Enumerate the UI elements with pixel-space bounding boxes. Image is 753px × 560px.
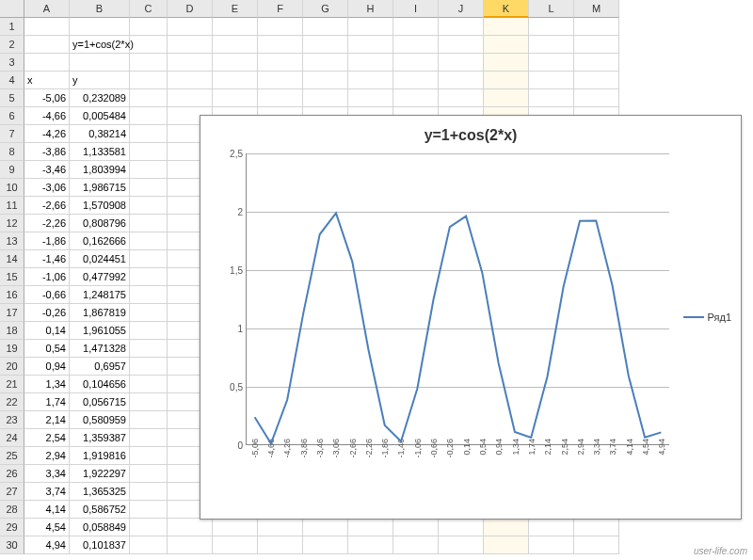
- cell-C15[interactable]: [130, 268, 168, 286]
- cell-M5[interactable]: [574, 89, 619, 107]
- cell-C22[interactable]: [130, 393, 168, 411]
- cell-F1[interactable]: [258, 18, 303, 36]
- cell-D29[interactable]: [168, 519, 213, 536]
- cell-C18[interactable]: [130, 322, 168, 340]
- col-header-I[interactable]: I: [393, 0, 439, 18]
- cell-K2[interactable]: [484, 36, 529, 54]
- cell-A1[interactable]: [24, 18, 70, 36]
- cell-E4[interactable]: [213, 72, 258, 89]
- cell-A3[interactable]: [24, 54, 70, 72]
- col-header-E[interactable]: E: [213, 0, 258, 18]
- row-header-28[interactable]: 28: [0, 501, 24, 519]
- cell-L5[interactable]: [529, 89, 574, 107]
- cell-C20[interactable]: [130, 358, 168, 376]
- row-header-5[interactable]: 5: [0, 89, 24, 107]
- cell-H2[interactable]: [348, 36, 393, 54]
- cell-E29[interactable]: [213, 519, 258, 536]
- cell-C27[interactable]: [130, 483, 168, 501]
- cell-B11[interactable]: 1,570908: [70, 197, 130, 215]
- cell-C13[interactable]: [130, 232, 168, 250]
- cell-B28[interactable]: 0,586752: [70, 501, 130, 519]
- row-header-13[interactable]: 13: [0, 232, 24, 250]
- cell-I3[interactable]: [393, 54, 439, 72]
- cell-B6[interactable]: 0,005484: [70, 107, 130, 125]
- cell-H3[interactable]: [348, 54, 393, 72]
- cell-C30[interactable]: [130, 536, 168, 554]
- cell-J29[interactable]: [439, 519, 484, 536]
- cell-C7[interactable]: [130, 125, 168, 143]
- cell-B30[interactable]: 0,101837: [70, 536, 130, 554]
- cell-C19[interactable]: [130, 340, 168, 358]
- cell-A17[interactable]: -0,26: [24, 304, 70, 322]
- cell-C29[interactable]: [130, 519, 168, 536]
- row-header-2[interactable]: 2: [0, 36, 24, 54]
- cell-M2[interactable]: [574, 36, 619, 54]
- cell-J2[interactable]: [439, 36, 484, 54]
- cell-A11[interactable]: -2,66: [24, 197, 70, 215]
- cell-J1[interactable]: [439, 18, 484, 36]
- cell-A13[interactable]: -1,86: [24, 232, 70, 250]
- row-header-6[interactable]: 6: [0, 107, 24, 125]
- row-header-26[interactable]: 26: [0, 465, 24, 483]
- row-header-4[interactable]: 4: [0, 72, 24, 89]
- cell-A2[interactable]: [24, 36, 70, 54]
- cell-B4[interactable]: y: [70, 72, 130, 89]
- row-header-25[interactable]: 25: [0, 447, 24, 465]
- cell-A18[interactable]: 0,14: [24, 322, 70, 340]
- cell-F5[interactable]: [258, 89, 303, 107]
- col-header-C[interactable]: C: [130, 0, 168, 18]
- row-header-3[interactable]: 3: [0, 54, 24, 72]
- cell-C10[interactable]: [130, 179, 168, 197]
- cell-B24[interactable]: 1,359387: [70, 429, 130, 447]
- cell-A6[interactable]: -4,66: [24, 107, 70, 125]
- col-header-L[interactable]: L: [529, 0, 574, 18]
- cell-B12[interactable]: 0,808796: [70, 215, 130, 232]
- cell-B29[interactable]: 0,058849: [70, 519, 130, 536]
- row-header-9[interactable]: 9: [0, 161, 24, 179]
- cell-G30[interactable]: [303, 536, 348, 554]
- row-header-10[interactable]: 10: [0, 179, 24, 197]
- cell-D2[interactable]: [168, 36, 213, 54]
- row-header-17[interactable]: 17: [0, 304, 24, 322]
- cell-J30[interactable]: [439, 536, 484, 554]
- cell-A27[interactable]: 3,74: [24, 483, 70, 501]
- cell-C23[interactable]: [130, 411, 168, 429]
- col-header-D[interactable]: D: [168, 0, 213, 18]
- cell-A28[interactable]: 4,14: [24, 501, 70, 519]
- cell-M4[interactable]: [574, 72, 619, 89]
- cell-G3[interactable]: [303, 54, 348, 72]
- cell-M29[interactable]: [574, 519, 619, 536]
- row-header-23[interactable]: 23: [0, 411, 24, 429]
- cell-A26[interactable]: 3,34: [24, 465, 70, 483]
- cell-H5[interactable]: [348, 89, 393, 107]
- cell-B21[interactable]: 0,104656: [70, 376, 130, 393]
- cell-B25[interactable]: 1,919816: [70, 447, 130, 465]
- col-header-H[interactable]: H: [348, 0, 393, 18]
- row-header-7[interactable]: 7: [0, 125, 24, 143]
- cell-G4[interactable]: [303, 72, 348, 89]
- row-header-12[interactable]: 12: [0, 215, 24, 232]
- cell-G29[interactable]: [303, 519, 348, 536]
- cell-K5[interactable]: [484, 89, 529, 107]
- cell-E30[interactable]: [213, 536, 258, 554]
- cell-M3[interactable]: [574, 54, 619, 72]
- cell-D5[interactable]: [168, 89, 213, 107]
- col-header-G[interactable]: G: [303, 0, 348, 18]
- cell-A12[interactable]: -2,26: [24, 215, 70, 232]
- cell-C6[interactable]: [130, 107, 168, 125]
- row-header-14[interactable]: 14: [0, 250, 24, 268]
- row-header-29[interactable]: 29: [0, 519, 24, 536]
- cell-I4[interactable]: [393, 72, 439, 89]
- cell-B27[interactable]: 1,365325: [70, 483, 130, 501]
- cell-A25[interactable]: 2,94: [24, 447, 70, 465]
- cell-L1[interactable]: [529, 18, 574, 36]
- col-header-K[interactable]: K: [484, 0, 529, 18]
- cell-G5[interactable]: [303, 89, 348, 107]
- row-header-21[interactable]: 21: [0, 376, 24, 393]
- cell-D3[interactable]: [168, 54, 213, 72]
- cell-D1[interactable]: [168, 18, 213, 36]
- cell-I30[interactable]: [393, 536, 439, 554]
- cell-A8[interactable]: -3,86: [24, 143, 70, 161]
- cell-D4[interactable]: [168, 72, 213, 89]
- cell-B23[interactable]: 0,580959: [70, 411, 130, 429]
